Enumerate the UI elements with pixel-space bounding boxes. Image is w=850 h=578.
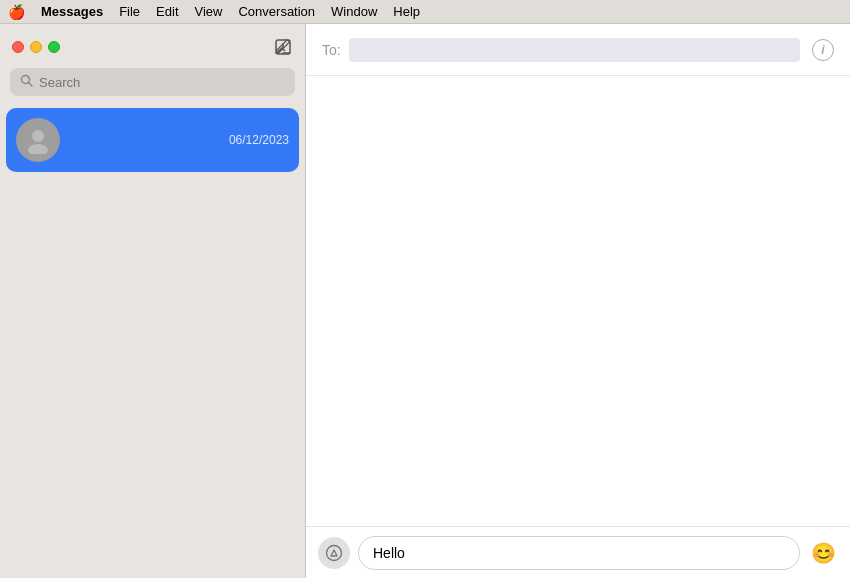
menu-window[interactable]: Window <box>331 4 377 19</box>
conversation-top: 06/12/2023 <box>70 133 289 147</box>
menubar: 🍎 Messages File Edit View Conversation W… <box>0 0 850 24</box>
svg-line-2 <box>29 83 33 87</box>
menu-messages[interactable]: Messages <box>41 4 103 19</box>
to-label: To: <box>322 42 341 58</box>
info-button[interactable]: i <box>812 39 834 61</box>
conversation-info: 06/12/2023 <box>70 133 289 147</box>
apple-menu[interactable]: 🍎 <box>8 4 25 20</box>
sidebar: 06/12/2023 <box>0 24 306 578</box>
minimize-button[interactable] <box>30 41 42 53</box>
maximize-button[interactable] <box>48 41 60 53</box>
search-input[interactable] <box>39 75 285 90</box>
conversation-item[interactable]: 06/12/2023 <box>6 108 299 172</box>
conversation-list: 06/12/2023 <box>0 104 305 578</box>
avatar <box>16 118 60 162</box>
app-window: 06/12/2023 To: i 😊 <box>0 24 850 578</box>
message-input[interactable] <box>358 536 800 570</box>
menu-edit[interactable]: Edit <box>156 4 178 19</box>
emoji-button[interactable]: 😊 <box>808 538 838 568</box>
compose-button[interactable] <box>273 37 293 57</box>
search-icon <box>20 74 33 90</box>
menu-file[interactable]: File <box>119 4 140 19</box>
svg-point-4 <box>28 144 48 154</box>
menu-view[interactable]: View <box>195 4 223 19</box>
sidebar-header <box>0 24 305 68</box>
message-input-bar: 😊 <box>306 526 850 578</box>
svg-point-5 <box>327 545 342 560</box>
apps-button[interactable] <box>318 537 350 569</box>
conversation-date: 06/12/2023 <box>229 133 289 147</box>
to-input-area[interactable] <box>349 38 800 62</box>
svg-point-3 <box>32 130 44 142</box>
main-header: To: i <box>306 24 850 76</box>
close-button[interactable] <box>12 41 24 53</box>
menu-conversation[interactable]: Conversation <box>238 4 315 19</box>
traffic-lights <box>12 41 60 53</box>
menu-help[interactable]: Help <box>393 4 420 19</box>
search-bar[interactable] <box>10 68 295 96</box>
main-panel: To: i 😊 <box>306 24 850 578</box>
message-area <box>306 76 850 526</box>
